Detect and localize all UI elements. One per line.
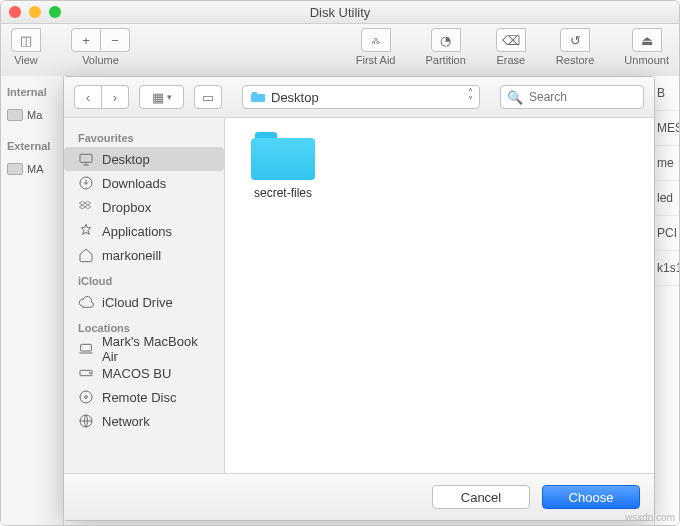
disk-sidebar: Internal Ma External MA [1, 76, 64, 525]
toolbar: ◫ View + − Volume ஃ First Aid ◔ Partitio… [1, 24, 679, 81]
location-popup[interactable]: Desktop ˄˅ [242, 85, 480, 109]
close-window-button[interactable] [9, 6, 21, 18]
globe-icon [78, 413, 94, 429]
sidebar-item-remote-disc[interactable]: Remote Disc [64, 385, 224, 409]
home-icon [78, 247, 94, 263]
sidebar-item-label: Dropbox [102, 200, 151, 215]
peek-text: me [655, 146, 679, 181]
sidebar-item-label: Downloads [102, 176, 166, 191]
search-icon: 🔍 [507, 90, 523, 105]
sidebar-item-backup[interactable]: MACOS BU [64, 361, 224, 385]
svg-rect-0 [80, 154, 92, 162]
internal-disk-label: Ma [27, 109, 42, 121]
popup-chevrons-icon: ˄˅ [468, 89, 473, 105]
svg-point-5 [80, 391, 92, 403]
location-label: Desktop [271, 90, 319, 105]
sidebar-item-label: Desktop [102, 152, 150, 167]
sidebar-item-dropbox[interactable]: Dropbox [64, 195, 224, 219]
choose-button[interactable]: Choose [542, 485, 640, 509]
search-field[interactable]: 🔍 [500, 85, 644, 109]
external-disk-item[interactable]: MA [1, 156, 63, 182]
sidebar-item-label: Mark's MacBook Air [102, 334, 210, 364]
internal-disk-item[interactable]: Ma [1, 102, 63, 128]
sidebar-item-label: MACOS BU [102, 366, 171, 381]
folder-icon [251, 132, 315, 180]
view-mode-button[interactable]: ▦ ▾ [139, 85, 184, 109]
watermark: wsxdn.com [625, 512, 675, 523]
peek-text: led [655, 181, 679, 216]
file-browser[interactable]: secret-files [225, 118, 654, 473]
zoom-window-button[interactable] [49, 6, 61, 18]
first-aid-button[interactable]: ஃ [361, 28, 391, 52]
detail-peek: B MES me led PCI k1s1 [654, 76, 679, 525]
erase-label: Erase [496, 54, 525, 66]
group-button[interactable]: ▭ [194, 85, 222, 109]
peek-text: k1s1 [655, 251, 679, 286]
internal-header: Internal [1, 82, 63, 102]
sidebar-item-label: markoneill [102, 248, 161, 263]
first-aid-label: First Aid [356, 54, 396, 66]
partition-button[interactable]: ◔ [431, 28, 461, 52]
folder-item[interactable]: secret-files [243, 132, 323, 200]
titlebar: Disk Utility [1, 1, 679, 24]
disk-icon [7, 163, 23, 175]
add-volume-button[interactable]: + [71, 28, 101, 52]
downloads-icon [78, 175, 94, 191]
sidebar-item-label: Network [102, 414, 150, 429]
sidebar-item-home[interactable]: markoneill [64, 243, 224, 267]
folder-icon: ▭ [202, 90, 214, 105]
chevron-down-icon: ▾ [167, 92, 172, 102]
desktop-folder-icon [251, 92, 265, 102]
laptop-icon [78, 341, 94, 357]
dialog-buttons: Cancel Choose [64, 473, 654, 520]
view-button[interactable]: ◫ [11, 28, 41, 52]
pie-icon: ◔ [440, 33, 451, 48]
erase-button[interactable]: ⌫ [496, 28, 526, 52]
choose-label: Choose [569, 490, 614, 505]
sidebar-item-machine[interactable]: Mark's MacBook Air [64, 337, 224, 361]
dialog-toolbar: ‹ › ▦ ▾ ▭ Desktop ˄˅ 🔍 [64, 77, 654, 118]
minimize-window-button[interactable] [29, 6, 41, 18]
eject-icon: ⏏ [641, 33, 653, 48]
sidebar-item-desktop[interactable]: Desktop [64, 147, 224, 171]
remove-volume-button[interactable]: − [101, 28, 130, 52]
search-input[interactable] [527, 89, 637, 105]
view-label: View [14, 54, 38, 66]
svg-rect-2 [81, 344, 92, 351]
folder-label: secret-files [254, 186, 312, 200]
favourites-header: Favourites [64, 124, 224, 147]
stethoscope-icon: ஃ [372, 32, 380, 48]
sidebar-item-label: Applications [102, 224, 172, 239]
unmount-button[interactable]: ⏏ [632, 28, 662, 52]
disc-icon [78, 389, 94, 405]
restore-button[interactable]: ↺ [560, 28, 590, 52]
svg-point-6 [85, 396, 88, 399]
minus-icon: − [111, 33, 119, 48]
sidebar-item-applications[interactable]: Applications [64, 219, 224, 243]
erase-icon: ⌫ [502, 33, 520, 48]
chevron-right-icon: › [113, 90, 117, 105]
back-button[interactable]: ‹ [74, 85, 102, 109]
volume-label: Volume [82, 54, 119, 66]
restore-label: Restore [556, 54, 595, 66]
dialog-sidebar: Favourites Desktop Downloads Dropbox App… [64, 118, 225, 473]
plus-icon: + [82, 33, 90, 48]
sidebar-item-downloads[interactable]: Downloads [64, 171, 224, 195]
applications-icon [78, 223, 94, 239]
sidebar-icon: ◫ [20, 33, 32, 48]
sidebar-item-icloud-drive[interactable]: iCloud Drive [64, 290, 224, 314]
chevron-left-icon: ‹ [86, 90, 90, 105]
unmount-label: Unmount [624, 54, 669, 66]
desktop-icon [78, 151, 94, 167]
partition-label: Partition [425, 54, 465, 66]
svg-point-4 [89, 372, 90, 373]
restore-icon: ↺ [570, 33, 581, 48]
dropbox-icon [78, 199, 94, 215]
sidebar-item-network[interactable]: Network [64, 409, 224, 433]
forward-button[interactable]: › [102, 85, 129, 109]
cancel-button[interactable]: Cancel [432, 485, 530, 509]
peek-text: B [655, 76, 679, 111]
peek-text: PCI [655, 216, 679, 251]
external-disk-label: MA [27, 163, 44, 175]
open-dialog: ‹ › ▦ ▾ ▭ Desktop ˄˅ 🔍 Favourites [63, 76, 655, 521]
